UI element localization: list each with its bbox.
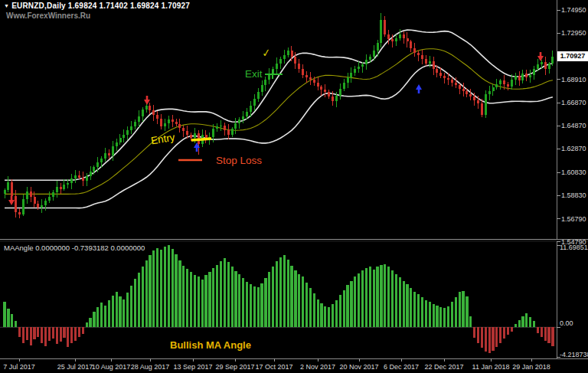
check-icon: ✓ — [261, 46, 272, 59]
mt4-chart-window: ▼EURNZD,Daily 1.69824 1.71402 1.69824 1.… — [0, 0, 588, 373]
date-axis-tick — [318, 358, 318, 362]
indicator-axis-label: -4.2187386 — [560, 351, 588, 358]
date-axis-label: 25 Jul 2017 — [57, 363, 93, 371]
ma-angle-bars — [3, 245, 554, 353]
date-axis-tick — [235, 358, 236, 362]
indicator-header: MAAngle 0.0000000 -0.7393182 0.0000000 — [4, 244, 145, 252]
symbol-info: EURNZD,Daily 1.69824 1.71402 1.69824 1.7… — [11, 2, 190, 10]
date-axis-tick — [193, 358, 194, 362]
date-axis-label: 29 Jan 2018 — [512, 363, 550, 371]
price-axis-label: 1.60830 — [561, 169, 586, 176]
date-axis-tick — [274, 358, 275, 362]
indicator-axis-tick — [557, 245, 560, 246]
price-axis-label: 1.68910 — [561, 76, 586, 83]
date-axis-tick — [444, 358, 445, 362]
date-axis-label: 20 Nov 2017 — [339, 363, 378, 371]
price-axis-tick — [557, 195, 560, 196]
price-axis-tick — [557, 149, 560, 149]
price-axis-tick — [557, 126, 560, 126]
date-axis-tick — [401, 358, 402, 362]
date-axis-tick — [491, 358, 492, 362]
watermark: Www.ForexWinners.Ru — [6, 11, 90, 20]
price-axis-tick — [557, 33, 560, 34]
date-axis-separator — [0, 358, 588, 359]
sell-arrow-icon — [8, 196, 15, 205]
price-axis-tick — [557, 103, 560, 103]
bullish-ma-angle-label: Bullish MA Angle — [170, 339, 251, 351]
current-price-tag: 1.70927 — [557, 51, 588, 61]
stop-loss-annotation-label[interactable]: Stop Loss — [216, 155, 262, 166]
date-axis-label: 6 Dec 2017 — [384, 363, 419, 371]
exit-annotation-label[interactable]: Exit — [245, 68, 263, 80]
panel-separator[interactable] — [0, 239, 588, 240]
entry-highlight-line — [191, 139, 211, 140]
date-axis-label: 29 Sep 2017 — [215, 363, 254, 371]
price-axis-tick — [557, 79, 560, 80]
price-axis-label: 1.72950 — [561, 29, 586, 37]
trade-annotations[interactable] — [178, 70, 283, 160]
price-axis-tick — [557, 10, 560, 11]
date-axis-tick — [19, 358, 20, 362]
sell-arrow-icon — [144, 96, 150, 105]
date-axis-tick — [111, 358, 112, 362]
price-axis-tick — [557, 241, 560, 242]
candles — [4, 13, 554, 219]
price-axis-label: 1.58830 — [561, 191, 586, 199]
collapse-icon[interactable]: ▼ — [4, 3, 9, 8]
date-axis-label: 13 Sep 2017 — [173, 363, 212, 371]
date-axis-tick — [359, 358, 360, 362]
price-axis-label: 1.66870 — [561, 99, 586, 106]
date-axis-label: 2 Nov 2017 — [300, 363, 335, 371]
date-axis-tick — [75, 358, 76, 362]
indicator-axis-tick — [557, 327, 560, 328]
date-axis-label: 11 Jan 2018 — [472, 363, 510, 371]
sell-arrow-icon — [537, 52, 544, 61]
date-axis-label: 28 Aug 2017 — [131, 363, 170, 371]
price-axis-tick — [557, 172, 560, 173]
symbol-ohlc-header: ▼EURNZD,Daily 1.69824 1.71402 1.69824 1.… — [4, 2, 190, 10]
price-axis-label: 1.74950 — [561, 6, 586, 14]
indicator-axis-label: 0.00 — [560, 319, 573, 327]
indicator-canvas[interactable] — [0, 242, 557, 358]
price-axis-label: 1.64870 — [561, 122, 586, 129]
date-axis-label: 17 Oct 2017 — [255, 363, 292, 371]
buy-arrow-icon — [416, 84, 422, 93]
price-axis-tick — [557, 218, 560, 219]
panel-separator-shadow — [0, 240, 588, 242]
indicator-axis-label: 11.698511 — [560, 244, 588, 251]
date-axis-tick — [531, 358, 532, 362]
price-axis-label: 1.56790 — [561, 215, 586, 223]
main-chart-canvas[interactable] — [0, 0, 557, 242]
price-axis-label: 1.62870 — [561, 145, 586, 152]
date-axis-tick — [150, 358, 151, 362]
date-axis-label: 10 Aug 2017 — [92, 363, 131, 371]
indicator-axis-tick — [557, 357, 560, 358]
date-axis-label: 22 Dec 2017 — [424, 363, 463, 371]
date-axis-label: 7 Jul 2017 — [3, 363, 35, 371]
